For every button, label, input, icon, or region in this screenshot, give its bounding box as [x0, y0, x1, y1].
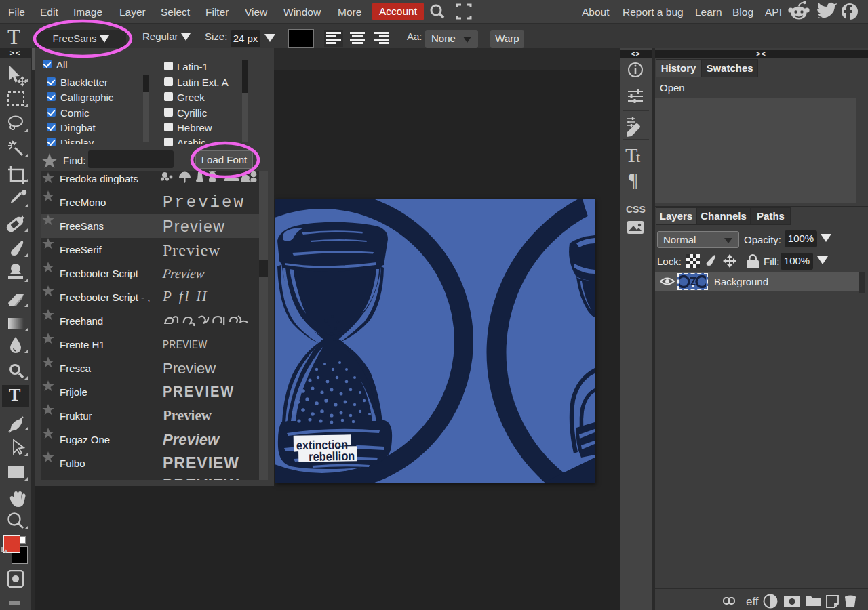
svg-text:CSS: CSS [626, 204, 646, 215]
svg-text:rebellion: rebellion [309, 449, 355, 464]
svg-text:eff: eff [746, 595, 759, 608]
svg-text:¶: ¶ [629, 168, 638, 190]
svg-text:t: t [636, 148, 640, 165]
